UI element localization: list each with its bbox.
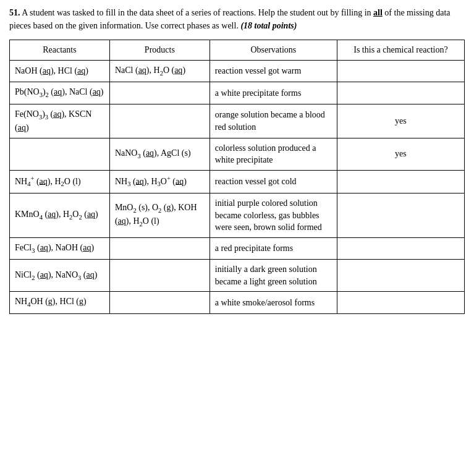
table-row: KMnO4 (aq), H2O2 (aq) MnO2 (s), O2 (g), … xyxy=(10,193,465,237)
cell-reactants-8: NiCl2 (aq), NaNO3 (aq) xyxy=(10,260,110,292)
cell-observations-8: initially a dark green solution became a… xyxy=(209,260,337,292)
cell-products-3 xyxy=(109,104,209,138)
question-underline: all xyxy=(373,8,383,17)
cell-products-8 xyxy=(109,260,209,292)
cell-chemical-7 xyxy=(337,237,464,259)
table-row: NH4+ (aq), H2O (l) NH3 (aq), H3O+ (aq) r… xyxy=(10,170,465,193)
question-header: 51. A student was tasked to fill in the … xyxy=(9,6,465,32)
cell-observations-6: initial purple colored solution became c… xyxy=(209,193,337,237)
cell-chemical-5 xyxy=(337,170,464,193)
cell-observations-3: orange solution became a blood red solut… xyxy=(209,104,337,138)
cell-observations-9: a white smoke/aerosol forms xyxy=(209,292,337,313)
cell-products-9 xyxy=(109,292,209,313)
cell-reactants-9: NH4OH (g), HCl (g) xyxy=(10,292,110,313)
reactions-table: Reactants Products Observations Is this … xyxy=(9,40,465,314)
cell-products-4: NaNO3 (aq), AgCl (s) xyxy=(109,138,209,170)
cell-products-1: NaCl (aq), H2O (aq) xyxy=(109,60,209,82)
header-products: Products xyxy=(109,40,209,61)
header-chemical-reaction: Is this a chemical reaction? xyxy=(337,40,464,61)
cell-reactants-1: NaOH (aq), HCl (aq) xyxy=(10,60,110,82)
header-reactants: Reactants xyxy=(10,40,110,61)
cell-reactants-2: Pb(NO3)2 (aq), NaCl (aq) xyxy=(10,82,110,104)
table-row: Pb(NO3)2 (aq), NaCl (aq) a white precipi… xyxy=(10,82,465,104)
cell-reactants-7: FeCl3 (aq), NaOH (aq) xyxy=(10,237,110,259)
table-row: NaOH (aq), HCl (aq) NaCl (aq), H2O (aq) … xyxy=(10,60,465,82)
table-row: FeCl3 (aq), NaOH (aq) a red precipitate … xyxy=(10,237,465,259)
table-row: Fe(NO3)3 (aq), KSCN (aq) orange solution… xyxy=(10,104,465,138)
cell-products-7 xyxy=(109,237,209,259)
cell-observations-1: reaction vessel got warm xyxy=(209,60,337,82)
table-row: NaNO3 (aq), AgCl (s) colorless solution … xyxy=(10,138,465,170)
cell-observations-5: reaction vessel got cold xyxy=(209,170,337,193)
cell-reactants-3: Fe(NO3)3 (aq), KSCN (aq) xyxy=(10,104,110,138)
cell-observations-7: a red precipitate forms xyxy=(209,237,337,259)
question-italic: (18 total points) xyxy=(240,21,297,30)
cell-reactants-4 xyxy=(10,138,110,170)
header-observations: Observations xyxy=(209,40,337,61)
cell-chemical-4: yes xyxy=(337,138,464,170)
table-header-row: Reactants Products Observations Is this … xyxy=(10,40,465,61)
cell-products-6: MnO2 (s), O2 (g), KOH (aq), H2O (l) xyxy=(109,193,209,237)
table-row: NH4OH (g), HCl (g) a white smoke/aerosol… xyxy=(10,292,465,313)
cell-chemical-6 xyxy=(337,193,464,237)
cell-chemical-2 xyxy=(337,82,464,104)
question-text: A student was tasked to fill in the data… xyxy=(22,8,373,17)
cell-reactants-6: KMnO4 (aq), H2O2 (aq) xyxy=(10,193,110,237)
cell-reactants-5: NH4+ (aq), H2O (l) xyxy=(10,170,110,193)
cell-chemical-1 xyxy=(337,60,464,82)
cell-observations-4: colorless solution produced a white prec… xyxy=(209,138,337,170)
cell-chemical-9 xyxy=(337,292,464,313)
question-number: 51. xyxy=(9,8,20,17)
cell-products-2 xyxy=(109,82,209,104)
cell-chemical-8 xyxy=(337,260,464,292)
cell-products-5: NH3 (aq), H3O+ (aq) xyxy=(109,170,209,193)
cell-chemical-3: yes xyxy=(337,104,464,138)
cell-observations-2: a white precipitate forms xyxy=(209,82,337,104)
table-row: NiCl2 (aq), NaNO3 (aq) initially a dark … xyxy=(10,260,465,292)
